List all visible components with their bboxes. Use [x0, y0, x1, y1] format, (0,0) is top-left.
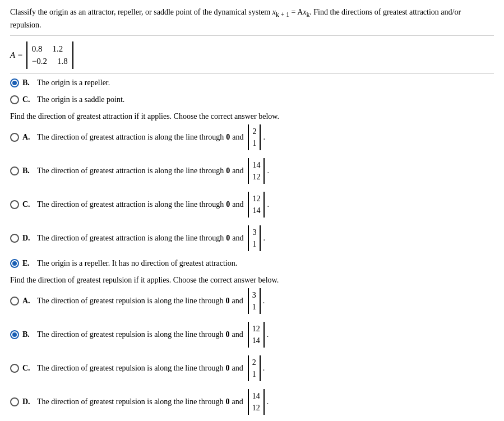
matrix-section: A = 0.8 1.2 −0.2 1.8 — [10, 41, 494, 69]
vector-attraction-A-top: 2 — [252, 126, 256, 137]
option-label-attraction-E: E. — [22, 259, 34, 268]
option-text-repulsion-C: The direction of greatest repulsion is a… — [37, 355, 265, 381]
header-question: Classify the origin as an attractor, rep… — [10, 7, 494, 36]
vector-repulsion-B: 12 14 — [248, 322, 265, 348]
option-label-attraction-D: D. — [22, 234, 34, 243]
option-label-repulsion-B: B. — [22, 330, 34, 339]
vector-attraction-C: 12 14 — [248, 192, 265, 218]
vector-repulsion-B-bottom: 14 — [252, 335, 260, 346]
option-text-fixed-C: The origin is a saddle point. — [37, 95, 124, 104]
matrix-label: A = — [10, 50, 23, 60]
radio-attraction-A[interactable] — [10, 133, 19, 142]
option-text-repulsion-B: The direction of greatest repulsion is a… — [37, 322, 269, 348]
vector-attraction-C-bottom: 14 — [252, 205, 260, 216]
repulsion-option-B[interactable]: B. The direction of greatest repulsion i… — [10, 322, 494, 348]
option-label-fixed-C: C. — [22, 95, 34, 104]
attraction-option-A[interactable]: A. The direction of greatest attraction … — [10, 124, 494, 150]
vector-repulsion-D-top: 14 — [252, 390, 260, 402]
vector-attraction-D: 3 1 — [248, 225, 261, 251]
radio-attraction-C[interactable] — [10, 200, 19, 209]
option-label-repulsion-C: C. — [22, 364, 34, 373]
vector-repulsion-A-bottom: 1 — [252, 301, 256, 313]
vector-attraction-A: 2 1 — [248, 124, 261, 150]
option-text-repulsion-A: The direction of greatest repulsion is a… — [37, 288, 265, 314]
repulsion-section-title: Find the direction of greatest repulsion… — [10, 276, 494, 285]
radio-attraction-D[interactable] — [10, 234, 19, 243]
option-text-attraction-C: The direction of greatest attraction is … — [37, 192, 269, 218]
option-label-fixed-B: B. — [22, 78, 34, 87]
vector-attraction-B: 14 12 — [248, 158, 265, 184]
repulsion-option-A[interactable]: A. The direction of greatest repulsion i… — [10, 288, 494, 314]
radio-inner-repulsion-B — [12, 332, 17, 337]
attraction-option-E[interactable]: E. The origin is a repeller. It has no d… — [10, 259, 494, 268]
radio-repulsion-C[interactable] — [10, 364, 19, 373]
matrix-bracket: 0.8 1.2 −0.2 1.8 — [26, 41, 73, 69]
option-label-attraction-A: A. — [22, 133, 34, 142]
option-label-attraction-C: C. — [22, 200, 34, 209]
vector-repulsion-D-bottom: 12 — [252, 402, 260, 414]
vector-attraction-B-bottom: 12 — [252, 171, 260, 183]
radio-repulsion-D[interactable] — [10, 397, 19, 406]
vector-repulsion-C-bottom: 1 — [252, 368, 256, 380]
radio-fixed-B[interactable] — [10, 78, 19, 87]
option-text-attraction-D: The direction of greatest attraction is … — [37, 225, 265, 251]
matrix-cell-10: −0.2 — [32, 55, 47, 68]
vector-attraction-A-bottom: 1 — [252, 137, 256, 149]
option-text-fixed-B: The origin is a repeller. — [37, 78, 110, 87]
option-text-repulsion-D: The direction of greatest repulsion is a… — [37, 389, 269, 415]
option-label-attraction-B: B. — [22, 166, 34, 175]
option-fixed-B[interactable]: B. The origin is a repeller. — [10, 78, 494, 87]
attraction-option-C[interactable]: C. The direction of greatest attraction … — [10, 192, 494, 218]
radio-repulsion-A[interactable] — [10, 297, 19, 306]
matrix-cell-00: 0.8 — [32, 43, 43, 55]
radio-inner-attraction-E — [12, 261, 17, 266]
radio-attraction-E[interactable] — [10, 259, 19, 268]
attraction-section-title: Find the direction of greatest attractio… — [10, 112, 494, 121]
vector-repulsion-A: 3 1 — [248, 288, 261, 314]
matrix-row-1: 0.8 1.2 — [32, 43, 68, 55]
option-text-attraction-A: The direction of greatest attraction is … — [37, 124, 265, 150]
vector-repulsion-B-top: 12 — [252, 323, 260, 335]
vector-repulsion-A-top: 3 — [252, 289, 256, 301]
vector-repulsion-D: 14 12 — [248, 389, 265, 415]
matrix-cell-01: 1.2 — [53, 43, 63, 55]
vector-repulsion-C: 2 1 — [248, 355, 261, 381]
matrix-cell-11: 1.8 — [57, 55, 68, 68]
option-label-repulsion-D: D. — [22, 397, 34, 406]
attraction-option-D[interactable]: D. The direction of greatest attraction … — [10, 225, 494, 251]
repulsion-option-C[interactable]: C. The direction of greatest repulsion i… — [10, 355, 494, 381]
vector-attraction-D-bottom: 1 — [252, 238, 256, 250]
vector-attraction-C-top: 12 — [252, 193, 260, 205]
matrix-row-2: −0.2 1.8 — [32, 55, 68, 68]
attraction-option-B[interactable]: B. The direction of greatest attraction … — [10, 158, 494, 184]
option-label-repulsion-A: A. — [22, 297, 34, 306]
vector-repulsion-C-top: 2 — [252, 357, 256, 368]
separator — [10, 73, 494, 74]
option-text-attraction-E: The origin is a repeller. It has no dire… — [37, 259, 237, 268]
vector-attraction-D-top: 3 — [252, 226, 256, 238]
repulsion-option-D[interactable]: D. The direction of greatest repulsion i… — [10, 389, 494, 415]
radio-fixed-C[interactable] — [10, 95, 19, 104]
radio-attraction-B[interactable] — [10, 166, 19, 175]
radio-repulsion-B[interactable] — [10, 330, 19, 339]
vector-attraction-B-top: 14 — [252, 159, 260, 171]
radio-inner-fixed-B — [12, 81, 17, 85]
option-text-attraction-B: The direction of greatest attraction is … — [37, 158, 269, 184]
option-fixed-C[interactable]: C. The origin is a saddle point. — [10, 95, 494, 104]
